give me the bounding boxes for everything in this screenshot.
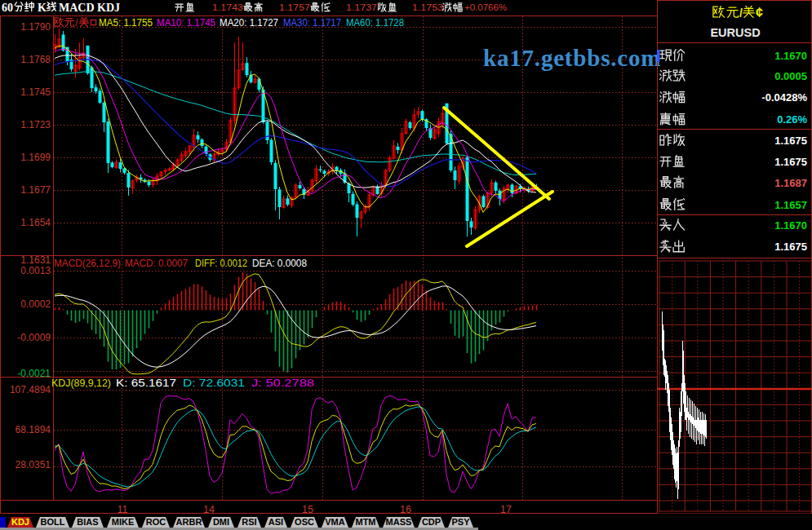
- svg-text:1.1743: 1.1743: [212, 2, 243, 12]
- svg-text:MA60: 1.1728: MA60: 1.1728: [346, 17, 404, 29]
- svg-text:1.1631: 1.1631: [20, 254, 51, 266]
- svg-text:1.1675: 1.1675: [774, 135, 807, 147]
- svg-text:0.0002: 0.0002: [20, 298, 51, 310]
- svg-text:J: 50.2788: J: 50.2788: [251, 378, 314, 389]
- svg-text:1.1723: 1.1723: [20, 119, 51, 130]
- svg-text:1.1677: 1.1677: [20, 184, 51, 196]
- svg-text:DIFF: 0.0012: DIFF: 0.0012: [195, 258, 247, 269]
- svg-text:1.1737: 1.1737: [346, 2, 377, 12]
- svg-text:1.1675: 1.1675: [774, 156, 807, 168]
- svg-text:D: 72.6031: D: 72.6031: [183, 378, 245, 389]
- svg-text:1.1790: 1.1790: [20, 21, 51, 33]
- svg-text:/: /: [739, 7, 743, 20]
- svg-text:DEA: 0.0008: DEA: 0.0008: [252, 258, 307, 269]
- svg-text:MA5: 1.1755: MA5: 1.1755: [99, 17, 153, 29]
- svg-text:1.1753: 1.1753: [412, 2, 443, 12]
- svg-text:K: K: [38, 2, 47, 14]
- svg-text:1.1670: 1.1670: [774, 50, 807, 62]
- svg-text:1.1657: 1.1657: [774, 199, 807, 211]
- svg-text:MACD(26,12,9): MACD(26,12,9): [54, 258, 121, 269]
- svg-text:MA20: 1.1727: MA20: 1.1727: [220, 17, 278, 29]
- svg-text:K: 65.1617: K: 65.1617: [116, 378, 176, 389]
- svg-text:28.0351: 28.0351: [16, 459, 51, 470]
- svg-text:-0.0428%: -0.0428%: [761, 91, 807, 104]
- svg-text:¢: ¢: [756, 6, 763, 20]
- svg-text:1.1768: 1.1768: [20, 54, 51, 65]
- svg-text:MACD KDJ: MACD KDJ: [59, 2, 120, 14]
- svg-text:68.1894: 68.1894: [16, 424, 51, 435]
- svg-text:1.1745: 1.1745: [20, 86, 51, 98]
- svg-text:ka17.getbbs.com: ka17.getbbs.com: [483, 45, 661, 71]
- svg-text:MA10: 1.1745: MA10: 1.1745: [157, 17, 215, 29]
- svg-text:1.1670: 1.1670: [774, 219, 807, 232]
- svg-text:0.0005: 0.0005: [774, 70, 807, 82]
- svg-text:60: 60: [2, 2, 13, 14]
- svg-text:MA30: 1.1717: MA30: 1.1717: [283, 17, 341, 29]
- svg-text:1.1687: 1.1687: [774, 177, 807, 189]
- svg-text:-0.0021: -0.0021: [17, 368, 51, 379]
- svg-text:EURUSD: EURUSD: [710, 26, 760, 39]
- svg-text:+0.0766%: +0.0766%: [464, 2, 507, 12]
- svg-text:107.4894: 107.4894: [10, 384, 51, 395]
- svg-text:1.1699: 1.1699: [20, 152, 51, 163]
- svg-text:0.26%: 0.26%: [777, 113, 807, 126]
- svg-text:1.1675: 1.1675: [774, 241, 807, 253]
- svg-text:1.1757: 1.1757: [279, 2, 310, 12]
- svg-text:1.1654: 1.1654: [20, 217, 51, 228]
- svg-text:0.0013: 0.0013: [20, 265, 51, 276]
- svg-text:KDJ(89,9,12): KDJ(89,9,12): [51, 378, 111, 389]
- svg-text:MACD: 0.0007: MACD: 0.0007: [125, 258, 188, 269]
- svg-text:-0.0009: -0.0009: [17, 332, 51, 343]
